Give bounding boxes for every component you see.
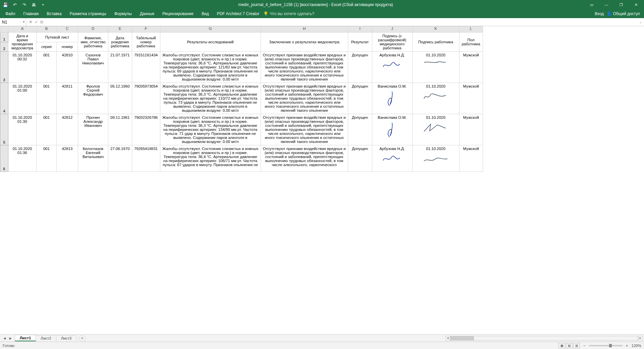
hdr-result[interactable]: Результат [348, 33, 372, 52]
hdr-fio[interactable]: Фамилия, имя, отчество работника [78, 33, 108, 52]
col-E[interactable]: E [108, 27, 132, 33]
hdr-datetime[interactable]: Дата и время проведения медосмотра [8, 33, 37, 52]
view-pagebreak-icon[interactable]: ▥ [573, 343, 580, 348]
cell-dob[interactable]: 21.07.1971 [108, 52, 132, 83]
zoom-slider[interactable] [589, 345, 623, 346]
cell-conclusion[interactable]: Отсутствуют признаки воздействия вредных… [261, 114, 348, 145]
cell-gender[interactable]: Мужской [459, 52, 483, 83]
row-2[interactable]: 2 [0, 42, 8, 52]
cell-dob[interactable]: 05.12.1960 [108, 83, 132, 114]
cell-datetime[interactable]: 01.10.2020 01:36 [8, 145, 37, 172]
tell-me-search[interactable]: 💡 Что вы хотите сделать? [263, 11, 314, 16]
col-L[interactable]: L [459, 27, 483, 33]
cell-number[interactable]: 42811 [57, 83, 78, 114]
add-sheet-button[interactable]: + [78, 335, 86, 341]
hdr-conclusion[interactable]: Заключение о результатах медосмотра [261, 33, 348, 52]
cell-results[interactable]: Жалобы отсутствуют. Состояние слизистых … [160, 145, 261, 172]
save-icon[interactable]: 💾 [2, 1, 9, 8]
cell-dob[interactable]: 09.11.1961 [108, 114, 132, 145]
cell-gender[interactable]: Мужской [459, 83, 483, 114]
tab-pdfarchitect[interactable]: PDF Architect 7 Creator [213, 9, 264, 18]
sheet-nav-next-icon[interactable]: ► [8, 336, 12, 340]
tab-home[interactable]: Главная [19, 9, 43, 18]
cell-fio[interactable]: Сазонов Павел Николаевич [78, 52, 108, 83]
select-all-corner[interactable] [0, 27, 8, 33]
name-box[interactable]: N1 ▼ [0, 18, 26, 26]
cell-results[interactable]: Жалобы отсутствуют. Состояние слизистых … [160, 114, 261, 145]
cell-datetime[interactable]: 01.10.2020 01:00 [8, 83, 37, 114]
col-K[interactable]: K [412, 27, 459, 33]
cell-medsign[interactable]: Ванислава О.М. [372, 83, 412, 114]
cell-number[interactable]: 42810 [57, 52, 78, 83]
cell-workersign[interactable]: 01.10.2020 [412, 114, 459, 145]
hscroll-thumb[interactable] [450, 336, 474, 340]
grid-scroll[interactable]: A B C D E F G H I J K L 1 Дата и время п… [0, 26, 644, 334]
cell-results[interactable]: Жалобы отсутствуют. Состояние слизистых … [160, 52, 261, 83]
row-1[interactable]: 1 [0, 33, 8, 42]
enter-icon[interactable]: ✓ [35, 19, 38, 24]
cell-series[interactable]: 001 [37, 114, 57, 145]
formula-expand-icon[interactable]: ⌄ [637, 20, 644, 24]
view-pagelayout-icon[interactable]: ▤ [566, 343, 573, 348]
formula-input[interactable] [46, 18, 637, 26]
tab-review[interactable]: Рецензирование [158, 9, 198, 18]
hdr-number[interactable]: номер [57, 42, 78, 52]
cell-workersign[interactable]: 01.10.2020 [412, 52, 459, 83]
cell-number[interactable]: 42813 [57, 145, 78, 172]
share-button[interactable]: 👤 Общий доступ [606, 11, 640, 16]
cell-medsign[interactable]: Арбузова Н.Д. [372, 52, 412, 83]
col-B[interactable]: B [37, 27, 57, 33]
tab-insert[interactable]: Вставка [43, 9, 66, 18]
sheet-tab-1[interactable]: Лист1 [15, 335, 36, 341]
cell-series[interactable]: 001 [37, 83, 57, 114]
col-J[interactable]: J [372, 27, 412, 33]
cell-medsign[interactable]: Ванислава О.М. [372, 114, 412, 145]
hdr-gender[interactable]: Пол работника [459, 33, 483, 52]
horizontal-scrollbar[interactable] [450, 336, 638, 341]
hdr-medsign[interactable]: Подпись (с расшифровкой) медицинского ра… [372, 33, 412, 52]
col-I[interactable]: I [348, 27, 372, 33]
undo-icon[interactable]: ↶ [11, 1, 18, 8]
hdr-results[interactable]: Результаты исследований [160, 33, 261, 52]
minimize-button[interactable]: — [600, 0, 613, 9]
row-3[interactable]: 3 [0, 52, 8, 83]
col-D[interactable]: D [78, 27, 108, 33]
hdr-workersign[interactable]: Подпись работника [412, 33, 459, 52]
cell-medsign[interactable]: Арбузова Н.Д. [372, 145, 412, 172]
tab-data[interactable]: Данные [136, 9, 158, 18]
hscroll-left-icon[interactable]: ◄ [445, 336, 450, 341]
cell-tabnum[interactable]: 79151161434 [132, 52, 160, 83]
cell-workersign[interactable]: 01.10.2020 [412, 145, 459, 172]
cell-fio[interactable]: Пронин Александр Иванович [78, 114, 108, 145]
zoom-in-button[interactable]: + [626, 344, 628, 348]
cell-result[interactable]: Допущен [348, 52, 372, 83]
cell-gender[interactable]: Мужской [459, 145, 483, 172]
cell-dob[interactable]: 27.06.1970 [108, 145, 132, 172]
cell-series[interactable]: 001 [37, 145, 57, 172]
hdr-tabnum[interactable]: Табельный номер работника [132, 33, 160, 52]
hdr-waybill[interactable]: Путевой лист [37, 33, 78, 42]
sheet-tab-3[interactable]: Лист3 [56, 335, 76, 341]
row-5[interactable]: 5 [0, 114, 8, 145]
cell-result[interactable]: Допущен [348, 145, 372, 172]
cell-series[interactable]: 001 [37, 52, 57, 83]
cell-number[interactable]: 42812 [57, 114, 78, 145]
cancel-icon[interactable]: ✕ [29, 19, 33, 24]
zoom-level[interactable]: 120% [632, 344, 641, 348]
col-F[interactable]: F [132, 27, 160, 33]
cell-results[interactable]: Жалобы отсутствуют. Состояние слизистых … [160, 83, 261, 114]
cell-gender[interactable]: Мужской [459, 114, 483, 145]
cell-tabnum[interactable]: 79035973054 [132, 83, 160, 114]
cell-fio[interactable]: Белоглазов Евгений Витальевич [78, 145, 108, 172]
ribbon-options-icon[interactable]: ▭ [585, 0, 598, 9]
cell-result[interactable]: Допущен [348, 114, 372, 145]
maximize-button[interactable]: ❐ [614, 0, 628, 9]
qat-dropdown-icon[interactable]: ▾ [40, 1, 46, 8]
zoom-out-button[interactable]: − [583, 344, 586, 348]
cell-datetime[interactable]: 01.10.2020 00:32 [8, 52, 37, 83]
close-button[interactable]: ✕ [629, 0, 643, 9]
view-normal-icon[interactable]: ▦ [558, 343, 565, 348]
hscroll-right-icon[interactable]: ► [638, 336, 643, 341]
col-G[interactable]: G [160, 27, 261, 33]
zoom-thumb[interactable] [609, 344, 612, 347]
